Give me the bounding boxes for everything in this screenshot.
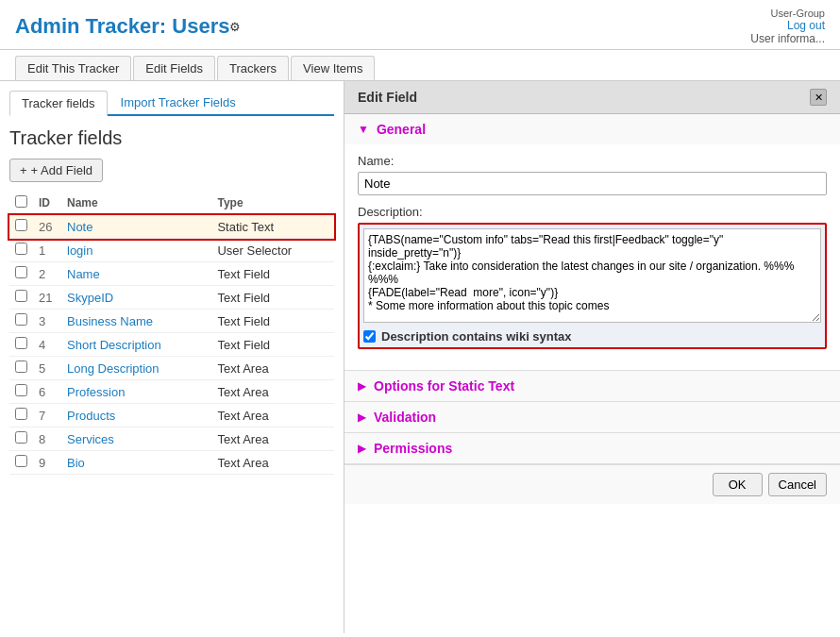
row-checkbox[interactable] xyxy=(15,360,27,373)
field-name-link[interactable]: SkypeID xyxy=(67,291,113,305)
wiki-syntax-checkbox[interactable] xyxy=(363,330,376,343)
row-checkbox-cell[interactable] xyxy=(9,310,33,333)
general-section-header[interactable]: ▼ General xyxy=(344,114,840,144)
row-checkbox-cell[interactable] xyxy=(9,262,33,286)
col-header-name: Name xyxy=(61,192,211,215)
field-name-link[interactable]: Short Description xyxy=(67,338,161,352)
row-checkbox-cell[interactable] xyxy=(9,451,33,475)
row-checkbox[interactable] xyxy=(15,408,27,420)
options-section-title: Options for Static Text xyxy=(374,378,514,394)
cancel-button[interactable]: Cancel xyxy=(768,473,827,496)
sub-tab-tracker-fields[interactable]: Tracker fields xyxy=(9,91,108,116)
row-checkbox[interactable] xyxy=(15,337,27,349)
row-checkbox-cell[interactable] xyxy=(9,239,33,262)
wiki-syntax-label: Description contains wiki syntax xyxy=(381,329,572,344)
table-row[interactable]: 4 Short Description Text Field xyxy=(9,333,334,357)
main-layout: Tracker fields Import Tracker Fields Tra… xyxy=(0,81,840,633)
close-edit-field-button[interactable]: ✕ xyxy=(810,89,827,106)
field-name-link[interactable]: Note xyxy=(67,220,92,234)
row-name[interactable]: SkypeID xyxy=(61,286,211,310)
options-section-header[interactable]: ▶ Options for Static Text xyxy=(344,371,840,401)
row-checkbox-cell[interactable] xyxy=(9,286,33,310)
row-checkbox-cell[interactable] xyxy=(9,333,33,357)
description-textarea[interactable] xyxy=(363,228,821,323)
row-name[interactable]: Services xyxy=(61,427,211,451)
row-checkbox[interactable] xyxy=(15,219,27,231)
field-name-link[interactable]: Profession xyxy=(67,385,125,399)
row-name[interactable]: Name xyxy=(61,262,211,286)
field-name-link[interactable]: Long Description xyxy=(67,361,160,376)
tab-edit-fields[interactable]: Edit Fields xyxy=(133,56,215,80)
row-name[interactable]: Note xyxy=(61,215,211,239)
row-name[interactable]: Business Name xyxy=(61,310,211,333)
validation-section-title: Validation xyxy=(374,410,436,425)
row-name[interactable]: Long Description xyxy=(61,357,211,380)
field-name-link[interactable]: Bio xyxy=(67,456,85,470)
sub-tab-import-tracker-fields[interactable]: Import Tracker Fields xyxy=(109,91,247,114)
table-row[interactable]: 3 Business Name Text Field xyxy=(9,310,334,333)
field-name-link[interactable]: Name xyxy=(67,267,100,281)
general-section-content: Name: Description: Description contains … xyxy=(344,144,840,370)
field-name-link[interactable]: login xyxy=(67,243,92,258)
row-name[interactable]: Bio xyxy=(61,451,211,475)
ok-button[interactable]: OK xyxy=(713,473,763,496)
general-section: ▼ General Name: Description: Description… xyxy=(344,114,840,371)
validation-section-header[interactable]: ▶ Validation xyxy=(344,402,840,432)
row-checkbox[interactable] xyxy=(15,431,27,444)
row-checkbox[interactable] xyxy=(15,266,27,278)
table-row[interactable]: 21 SkypeID Text Field xyxy=(9,286,334,310)
row-name[interactable]: Profession xyxy=(61,380,211,404)
row-checkbox-cell[interactable] xyxy=(9,215,33,239)
row-type: Static Text xyxy=(211,215,334,239)
table-row[interactable]: 2 Name Text Field xyxy=(9,262,334,286)
row-checkbox-cell[interactable] xyxy=(9,404,33,427)
table-row[interactable]: 1 login User Selector xyxy=(9,239,334,262)
name-label: Name: xyxy=(358,154,827,168)
row-id: 7 xyxy=(33,404,61,427)
gear-icon[interactable]: ⚙ xyxy=(229,20,241,34)
row-checkbox[interactable] xyxy=(15,455,27,467)
row-checkbox-cell[interactable] xyxy=(9,357,33,380)
table-row[interactable]: 8 Services Text Area xyxy=(9,427,334,451)
row-checkbox-cell[interactable] xyxy=(9,380,33,404)
tracker-fields-section-title: Tracker fields xyxy=(9,127,334,149)
select-all-checkbox[interactable] xyxy=(15,195,27,208)
description-box-wrapper: Description contains wiki syntax xyxy=(358,223,827,349)
description-label: Description: xyxy=(358,205,827,219)
row-type: Text Area xyxy=(211,357,334,380)
row-name[interactable]: Products xyxy=(61,404,211,427)
logout-link[interactable]: Log out xyxy=(787,19,825,32)
row-type: Text Area xyxy=(211,451,334,475)
field-name-link[interactable]: Business Name xyxy=(67,314,153,328)
name-input[interactable] xyxy=(358,172,827,195)
tab-edit-this-tracker[interactable]: Edit This Tracker xyxy=(15,56,131,80)
bottom-buttons-bar: OK Cancel xyxy=(344,464,840,504)
row-id: 2 xyxy=(33,262,61,286)
table-row[interactable]: 5 Long Description Text Area xyxy=(9,357,334,380)
edit-field-header: Edit Field ✕ xyxy=(344,81,840,114)
row-type: Text Area xyxy=(211,404,334,427)
row-checkbox[interactable] xyxy=(15,243,27,255)
row-checkbox-cell[interactable] xyxy=(9,427,33,451)
row-type: Text Field xyxy=(211,262,334,286)
row-checkbox[interactable] xyxy=(15,384,27,396)
row-id: 1 xyxy=(33,239,61,262)
add-field-button[interactable]: + + Add Field xyxy=(9,159,103,182)
row-name[interactable]: login xyxy=(61,239,211,262)
row-checkbox[interactable] xyxy=(15,290,27,302)
row-checkbox[interactable] xyxy=(15,313,27,326)
plus-icon: + xyxy=(20,163,27,177)
field-name-link[interactable]: Services xyxy=(67,432,114,446)
table-row[interactable]: 7 Products Text Area xyxy=(9,404,334,427)
tab-view-items[interactable]: View Items xyxy=(291,56,375,80)
permissions-section-header[interactable]: ▶ Permissions xyxy=(344,433,840,463)
table-row[interactable]: 26 Note Static Text xyxy=(9,215,334,239)
table-row[interactable]: 6 Profession Text Area xyxy=(9,380,334,404)
table-row[interactable]: 9 Bio Text Area xyxy=(9,451,334,475)
tab-trackers[interactable]: Trackers xyxy=(217,56,289,80)
row-name[interactable]: Short Description xyxy=(61,333,211,357)
options-section: ▶ Options for Static Text xyxy=(344,371,840,402)
row-id: 21 xyxy=(33,286,61,310)
row-type: Text Area xyxy=(211,427,334,451)
field-name-link[interactable]: Products xyxy=(67,409,115,423)
